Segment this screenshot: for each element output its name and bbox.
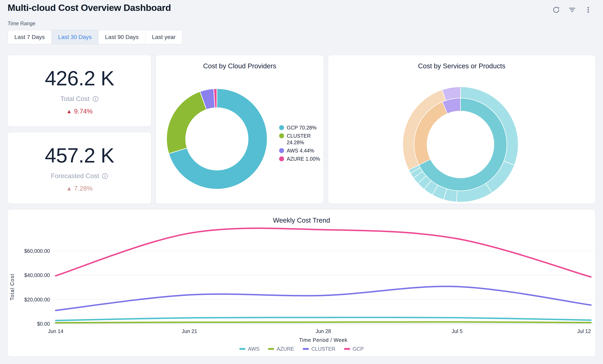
legend-label: AWS — [248, 346, 259, 352]
forecasted-cost-delta: ▲ 7.28% — [66, 185, 93, 192]
forecasted-cost-value: 457.2 K — [45, 144, 114, 167]
legend-label: GCP 70.28% — [287, 124, 316, 131]
legend-dot-icon — [279, 125, 284, 130]
x-tick-label: Jul 12 — [577, 328, 591, 334]
header-actions — [552, 6, 592, 14]
forecasted-cost-label-text: Forecasted Cost — [51, 172, 99, 180]
legend-dash-icon — [239, 348, 245, 350]
trend-chart-title: Weekly Cost Trend — [8, 217, 595, 224]
x-tick-label: Jul 5 — [452, 328, 463, 334]
legend-dash-icon — [268, 348, 274, 350]
legend-label: CLUSTER 24.28% — [287, 133, 322, 146]
weekly-cost-trend-chart: $0.00$20,000.00$40,000.00$60,000.00Jun 1… — [8, 224, 596, 344]
dashboard-page: Multi-cloud Cost Overview Dashboard Time… — [0, 0, 603, 364]
y-tick-label: $60,000.00 — [24, 248, 50, 254]
total-cost-delta: ▲ 9.74% — [66, 108, 93, 115]
trend-legend-item-azure[interactable]: AZURE — [268, 346, 294, 352]
y-tick-label: $20,000.00 — [24, 297, 50, 302]
legend-dot-icon — [279, 133, 284, 138]
time-range-label: Time Range — [8, 21, 35, 26]
total-cost-value: 426.2 K — [45, 66, 114, 90]
trend-line-azure[interactable] — [56, 322, 591, 323]
legend-dash-icon — [344, 348, 350, 350]
trend-legend-item-cluster[interactable]: CLUSTER — [303, 346, 335, 352]
providers-legend-item-azure[interactable]: AZURE 1.00% — [279, 156, 322, 162]
time-range-button-group: Last 7 DaysLast 30 DaysLast 90 DaysLast … — [8, 30, 182, 44]
page-title: Multi-cloud Cost Overview Dashboard — [8, 2, 171, 13]
info-icon[interactable] — [93, 96, 99, 102]
providers-slice-cluster[interactable] — [167, 91, 206, 154]
legend-label: CLUSTER — [311, 346, 335, 352]
delta-value: 9.74% — [74, 108, 93, 115]
cost-by-cloud-providers-card: Cost by Cloud Providers GCP 70.28%CLUSTE… — [156, 55, 324, 204]
gridlines — [53, 251, 593, 324]
time-range-option-last-30-days[interactable]: Last 30 Days — [52, 30, 98, 44]
legend-label: GCP — [353, 346, 364, 352]
more-options-button[interactable] — [584, 6, 592, 14]
services-sunburst-chart — [328, 55, 596, 204]
x-tick-label: Jun 21 — [182, 328, 197, 334]
delta-value: 7.28% — [74, 185, 93, 192]
refresh-button[interactable] — [552, 6, 560, 14]
providers-legend-item-cluster[interactable]: CLUSTER 24.28% — [279, 133, 322, 146]
y-axis-title: Total Cost — [9, 274, 15, 300]
legend-label: AZURE — [277, 346, 294, 352]
x-tick-label: Jun 14 — [48, 328, 63, 334]
time-range-option-last-90-days[interactable]: Last 90 Days — [98, 30, 145, 44]
trend-line-cluster[interactable] — [56, 287, 591, 310]
y-tick-label: $40,000.00 — [24, 272, 50, 278]
x-tick-label: Jun 28 — [315, 328, 331, 334]
total-cost-label-text: Total Cost — [60, 95, 90, 103]
refresh-icon — [553, 6, 560, 13]
info-icon[interactable] — [102, 173, 108, 179]
legend-dot-icon — [279, 148, 284, 153]
trend-legend-item-aws[interactable]: AWS — [239, 346, 259, 352]
trend-legend: AWSAZURECLUSTERGCP — [8, 346, 595, 352]
legend-label: AWS 4.44% — [287, 147, 314, 154]
x-axis-title: Time Period / Week — [299, 337, 348, 343]
providers-legend-item-aws[interactable]: AWS 4.44% — [279, 147, 322, 154]
time-range-option-last-year[interactable]: Last year — [145, 30, 182, 44]
providers-legend: GCP 70.28%CLUSTER 24.28%AWS 4.44%AZURE 1… — [279, 124, 322, 164]
legend-label: AZURE 1.00% — [287, 156, 320, 162]
y-tick-label: $0.00 — [37, 321, 50, 327]
total-cost-label: Total Cost — [60, 95, 99, 103]
kebab-menu-icon — [584, 6, 592, 13]
providers-legend-item-gcp[interactable]: GCP 70.28% — [279, 124, 322, 131]
filter-icon — [568, 6, 576, 13]
legend-dash-icon — [303, 348, 309, 350]
total-cost-kpi-card: 426.2 K Total Cost ▲ 9.74% — [8, 55, 151, 127]
trend-line-aws[interactable] — [56, 317, 591, 320]
forecasted-cost-kpi-card: 457.2 K Forecasted Cost ▲ 7.28% — [8, 132, 151, 204]
delta-up-arrow: ▲ — [66, 108, 72, 115]
filter-button[interactable] — [568, 6, 576, 14]
time-range-option-last-7-days[interactable]: Last 7 Days — [8, 30, 52, 44]
forecasted-cost-label: Forecasted Cost — [51, 172, 108, 180]
trend-line-gcp[interactable] — [56, 228, 591, 277]
delta-up-arrow: ▲ — [66, 185, 72, 192]
legend-dot-icon — [279, 156, 284, 161]
top-cards-row: 426.2 K Total Cost ▲ 9.74% 457.2 K Forec… — [8, 55, 595, 204]
kpi-column: 426.2 K Total Cost ▲ 9.74% 457.2 K Forec… — [8, 55, 151, 204]
cost-by-services-card: Cost by Services or Products — [328, 55, 595, 204]
trend-legend-item-gcp[interactable]: GCP — [344, 346, 364, 352]
weekly-cost-trend-card: Weekly Cost Trend $0.00$20,000.00$40,000… — [8, 209, 595, 357]
